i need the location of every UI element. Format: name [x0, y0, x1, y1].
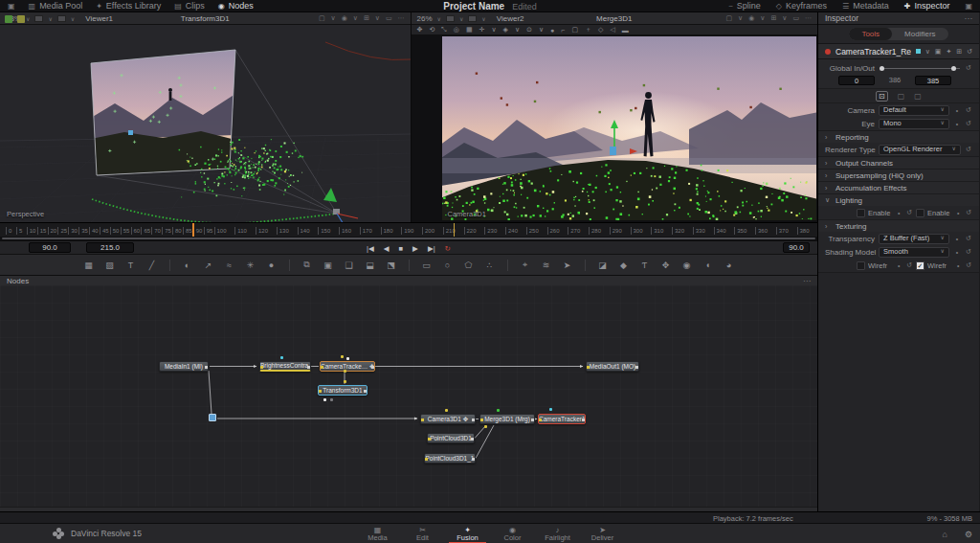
view-mode-icon[interactable]: [57, 15, 66, 22]
caret-icon[interactable]: ∨: [515, 26, 520, 34]
animate-dot-icon[interactable]: •: [895, 210, 902, 216]
split-view-icon[interactable]: ⊞: [770, 14, 776, 22]
node-brightnesscontrast[interactable]: BrightnessContra…: [259, 361, 311, 372]
tool-renderer3d-icon[interactable]: ◕: [723, 260, 736, 270]
node-transform3d1[interactable]: Transform3D1: [318, 385, 368, 396]
effects-library-button[interactable]: ✦ Effects Library: [96, 1, 161, 11]
reset-icon[interactable]: ↺: [905, 261, 913, 269]
layout-panel-icon[interactable]: ▣: [8, 2, 15, 11]
viewer2-image-area[interactable]: [412, 35, 818, 222]
page-edit[interactable]: ✂Edit: [400, 524, 445, 543]
node-camera3d1[interactable]: Camera3D1 ✥: [420, 414, 476, 424]
expand-icon[interactable]: ▭: [386, 14, 392, 22]
tool-bspline-mask-icon[interactable]: ∴: [483, 260, 497, 270]
reset-icon[interactable]: ↺: [965, 146, 972, 153]
caret-icon[interactable]: ∨: [331, 14, 336, 22]
node-input-port[interactable]: [425, 458, 428, 461]
tool-flow-icon[interactable]: ➤: [561, 260, 574, 270]
tool-fastnoise-icon[interactable]: ▨: [103, 260, 117, 270]
go-to-start-button[interactable]: |◀: [367, 244, 374, 253]
node-cameratracker1-renderer[interactable]: CameraTracker1_…: [538, 414, 586, 424]
section-texturing[interactable]: ›Texturing: [818, 219, 979, 232]
camera-dropdown[interactable]: Default∨: [879, 105, 949, 116]
in-handle[interactable]: [880, 66, 884, 71]
snapshot-icon[interactable]: ▣: [935, 48, 942, 56]
reset-icon[interactable]: ↺: [965, 120, 972, 127]
animate-dot-icon[interactable]: •: [954, 262, 962, 269]
caret-icon[interactable]: ∨: [491, 26, 496, 34]
node-mediaout1[interactable]: MediaOut1 (MO): [586, 361, 639, 372]
settings-tab-icon[interactable]: ▢: [914, 92, 922, 101]
transform-tool-icon[interactable]: ✥: [417, 26, 423, 34]
node-input-port[interactable]: [587, 366, 590, 369]
lut-icon[interactable]: [5, 15, 12, 23]
playhead-marker[interactable]: [192, 223, 194, 237]
caret-icon[interactable]: ∨: [539, 26, 544, 34]
reset-icon[interactable]: ↺: [965, 235, 972, 242]
caret-icon[interactable]: ∨: [375, 14, 380, 22]
node-output-port[interactable]: [582, 419, 585, 421]
transparency-dropdown[interactable]: Z Buffer (Fast)∨: [879, 234, 949, 244]
options-icon[interactable]: ⋯: [805, 14, 812, 22]
tool-paint-icon[interactable]: ╱: [145, 260, 159, 270]
tab-tools[interactable]: Tools: [849, 28, 892, 40]
viewer1-header-icons[interactable]: ▢∨◉∨⊞∨▭⋯: [319, 14, 405, 22]
reset-icon[interactable]: ↺: [965, 106, 972, 114]
tool-colorcorrector-icon[interactable]: ◐: [181, 260, 194, 270]
loop-button[interactable]: ↻: [445, 244, 451, 253]
tool-mattecontrol-icon[interactable]: ▣: [322, 260, 335, 270]
tool-text3d-icon[interactable]: Ƭ: [638, 260, 652, 270]
animate-dot-icon[interactable]: •: [953, 107, 961, 114]
gain-gamma-icon[interactable]: ◉: [748, 14, 754, 22]
scrollbar-thumb[interactable]: [2, 238, 815, 239]
tri-icon[interactable]: ◁: [610, 26, 614, 34]
reset-node-icon[interactable]: ↺: [967, 48, 972, 56]
tab-modifiers[interactable]: Modifiers: [892, 28, 947, 40]
page-deliver[interactable]: ➤Deliver: [580, 524, 625, 543]
animate-dot-icon[interactable]: •: [953, 236, 961, 242]
tool-rectangle-mask-icon[interactable]: ▭: [420, 260, 434, 270]
tool-colorcurves-icon[interactable]: ↗: [202, 260, 215, 270]
node-input-port[interactable]: [321, 366, 323, 369]
inspector-options-icon[interactable]: ⋯: [965, 13, 973, 23]
view-mode-icon[interactable]: [468, 15, 477, 22]
tool-camera3d-icon[interactable]: ◉: [680, 260, 694, 270]
magnify-icon[interactable]: ◎: [454, 26, 459, 34]
node-output-port[interactable]: [635, 366, 638, 369]
animate-dot-icon[interactable]: •: [953, 249, 961, 256]
point-icon[interactable]: ●: [550, 27, 554, 34]
range-end-marker[interactable]: [454, 223, 455, 237]
node-input-port[interactable]: [319, 390, 322, 393]
image-tab-icon[interactable]: ▢: [898, 92, 905, 101]
inspector-button[interactable]: ✚ Inspector: [904, 1, 950, 11]
tool-blur-icon[interactable]: ●: [265, 260, 278, 270]
shading-model-dropdown[interactable]: Smooth∨: [879, 247, 949, 258]
enable-lighting-checkbox[interactable]: [857, 209, 865, 217]
node-input-port[interactable]: [260, 366, 263, 369]
page-media[interactable]: ▦Media: [355, 524, 400, 543]
node-pointcloud3d1-1[interactable]: PointCloud3D1_1: [424, 453, 476, 464]
viewer2-zoom-level[interactable]: 26%: [417, 14, 433, 23]
page-fusion[interactable]: ✦Fusion: [445, 524, 490, 543]
go-to-end-button[interactable]: ▶|: [428, 244, 435, 253]
tool-polygon-mask-icon[interactable]: ⬠: [462, 260, 476, 270]
page-color[interactable]: ◉Color: [490, 524, 535, 543]
media-pool-button[interactable]: ▥ Media Pool: [29, 1, 83, 11]
split-view-icon[interactable]: ⊞: [364, 14, 369, 22]
renderer-type-dropdown[interactable]: OpenGL Renderer∨: [879, 145, 961, 155]
clips-button[interactable]: ▤ Clips: [174, 1, 205, 11]
nodes-options-icon[interactable]: ⋯: [803, 277, 811, 285]
eye-dropdown[interactable]: Mono∨: [879, 119, 949, 129]
grid-icon[interactable]: ▦: [466, 26, 473, 34]
nodes-button[interactable]: ◉ Nodes: [218, 1, 254, 11]
node-input-port[interactable]: [539, 419, 542, 421]
page-fairlight[interactable]: ♪Fairlight: [535, 524, 580, 543]
rect-icon[interactable]: ▢: [571, 26, 578, 34]
select-icon[interactable]: ◈: [503, 26, 508, 34]
gain-gamma-icon[interactable]: ◉: [342, 14, 347, 22]
node-pointcloud3d1[interactable]: PointCloud3D1: [427, 433, 475, 443]
right-panel-icon[interactable]: ▣: [965, 2, 972, 11]
tool-spotlight-icon[interactable]: ◖: [702, 260, 715, 270]
pivot-icon[interactable]: ✛: [479, 26, 485, 34]
controls-tab-icon[interactable]: ⊡: [876, 91, 888, 102]
